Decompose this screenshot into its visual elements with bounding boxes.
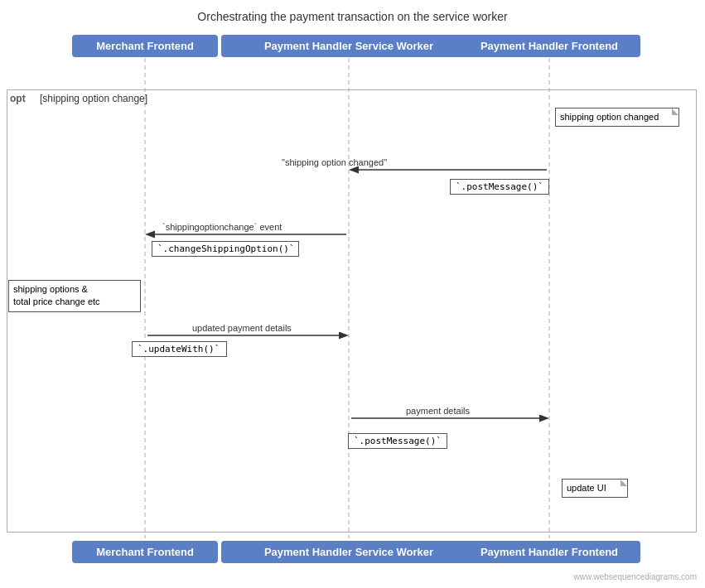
service-worker-top: Payment Handler Service Worker [221, 35, 476, 57]
payment-frontend-bottom: Payment Handler Frontend [458, 541, 640, 563]
opt-keyword: opt [10, 93, 26, 104]
watermark: www.websequencediagrams.com [574, 572, 697, 581]
shipping-side-note: shipping options & total price change et… [8, 280, 141, 312]
updated-payment-label: updated payment details [192, 323, 292, 333]
merchant-frontend-top: Merchant Frontend [72, 35, 218, 57]
payment-frontend-top: Payment Handler Frontend [458, 35, 640, 57]
service-worker-bottom: Payment Handler Service Worker [221, 541, 476, 563]
shipping-option-changed-note: shipping option changed [555, 108, 679, 127]
change-shipping: `.changeShippingOption()` [152, 241, 299, 257]
shippingoptionchange-label: `shippingoptionchange` event [162, 222, 282, 232]
opt-condition: [shipping option change] [40, 93, 147, 104]
diagram-title: Orchestrating the payment transaction on… [0, 0, 705, 30]
shipping-option-changed-label: "shipping option changed" [282, 157, 387, 167]
update-with: `.updateWith()` [132, 341, 227, 357]
post-message-1: `.postMessage()` [450, 179, 549, 195]
diagram: Orchestrating the payment transaction on… [0, 0, 705, 588]
merchant-frontend-bottom: Merchant Frontend [72, 541, 218, 563]
post-message-2: `.postMessage()` [348, 433, 447, 449]
payment-details-label: payment details [406, 406, 470, 416]
update-ui-note: update UI [562, 479, 628, 498]
